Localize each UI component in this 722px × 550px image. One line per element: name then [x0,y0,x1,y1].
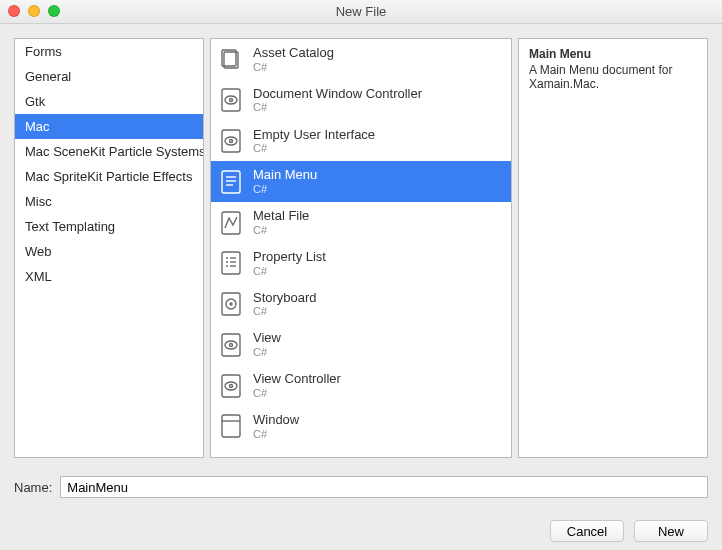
eye-icon [219,372,243,400]
category-list[interactable]: FormsGeneralGtkMacMac SceneKit Particle … [14,38,204,458]
template-sub: C# [253,224,309,237]
window-title: New File [0,4,722,19]
template-sub: C# [253,428,299,441]
template-sub: C# [253,265,326,278]
template-title: View Controller [253,371,341,387]
template-sub: C# [253,183,317,196]
titlebar: New File [0,0,722,24]
template-item[interactable]: StoryboardC# [211,284,511,325]
category-item[interactable]: General [15,64,203,89]
svg-rect-20 [222,293,240,315]
eye-icon [219,86,243,114]
description-panel: Main Menu A Main Menu document for Xamai… [518,38,708,458]
template-text: Document Window ControllerC# [253,86,422,115]
template-title: Property List [253,249,326,265]
eye-icon [219,331,243,359]
template-item[interactable]: Empty User InterfaceC# [211,121,511,162]
cancel-button[interactable]: Cancel [550,520,624,542]
template-title: Storyboard [253,290,317,306]
template-text: StoryboardC# [253,290,317,319]
svg-point-22 [230,303,232,305]
category-item[interactable]: Text Templating [15,214,203,239]
doc-icon [219,168,243,196]
name-label: Name: [14,480,52,495]
template-item[interactable]: WindowC# [211,406,511,447]
template-title: Window [253,412,299,428]
template-item[interactable]: Asset CatalogC# [211,39,511,80]
svg-point-28 [230,384,233,387]
template-sub: C# [253,61,334,74]
template-text: Property ListC# [253,249,326,278]
template-item[interactable]: Document Window ControllerC# [211,80,511,121]
svg-point-27 [225,382,237,390]
template-list[interactable]: Asset CatalogC#Document Window Controlle… [210,38,512,458]
template-title: Metal File [253,208,309,224]
template-sub: C# [253,346,281,359]
svg-point-24 [225,341,237,349]
window-icon [219,412,243,440]
category-item[interactable]: XML [15,264,203,289]
svg-point-3 [225,96,237,104]
category-item[interactable]: Misc [15,189,203,214]
svg-rect-8 [222,171,240,193]
name-row: Name: [14,476,708,498]
dialog-content: FormsGeneralGtkMacMac SceneKit Particle … [0,24,722,550]
template-title: Document Window Controller [253,86,422,102]
template-text: Empty User InterfaceC# [253,127,375,156]
template-text: Main MenuC# [253,167,317,196]
svg-rect-12 [222,212,240,234]
template-sub: C# [253,387,341,400]
minimize-icon[interactable] [28,5,40,17]
category-item[interactable]: Forms [15,39,203,64]
stack-icon [219,45,243,73]
name-input[interactable] [60,476,708,498]
template-item[interactable]: Main MenuC# [211,161,511,202]
template-text: ViewC# [253,330,281,359]
category-item[interactable]: Mac SpriteKit Particle Effects [15,164,203,189]
svg-point-4 [230,99,233,102]
category-item[interactable]: Web [15,239,203,264]
zoom-icon[interactable] [48,5,60,17]
metal-icon [219,209,243,237]
new-button[interactable]: New [634,520,708,542]
svg-point-6 [225,137,237,145]
template-text: Metal FileC# [253,208,309,237]
svg-rect-13 [222,252,240,274]
list-icon [219,249,243,277]
svg-rect-29 [222,415,240,437]
description-body: A Main Menu document for Xamain.Mac. [529,63,697,91]
svg-point-25 [230,343,233,346]
template-title: Asset Catalog [253,45,334,61]
dialog-buttons: Cancel New [14,520,708,542]
template-title: Empty User Interface [253,127,375,143]
template-item[interactable]: Metal FileC# [211,202,511,243]
template-title: View [253,330,281,346]
template-text: WindowC# [253,412,299,441]
panels: FormsGeneralGtkMacMac SceneKit Particle … [14,38,708,458]
template-item[interactable]: View ControllerC# [211,365,511,406]
template-text: Asset CatalogC# [253,45,334,74]
storyboard-icon [219,290,243,318]
category-item[interactable]: Gtk [15,89,203,114]
window-controls [8,5,60,17]
svg-point-7 [230,139,233,142]
eye-icon [219,127,243,155]
close-icon[interactable] [8,5,20,17]
template-item[interactable]: ViewC# [211,324,511,365]
template-item[interactable]: Property ListC# [211,243,511,284]
template-title: Main Menu [253,167,317,183]
template-text: View ControllerC# [253,371,341,400]
template-sub: C# [253,101,422,114]
category-item[interactable]: Mac SceneKit Particle Systems [15,139,203,164]
description-title: Main Menu [529,47,697,61]
svg-point-21 [226,299,236,309]
template-sub: C# [253,142,375,155]
category-item[interactable]: Mac [15,114,203,139]
template-sub: C# [253,305,317,318]
